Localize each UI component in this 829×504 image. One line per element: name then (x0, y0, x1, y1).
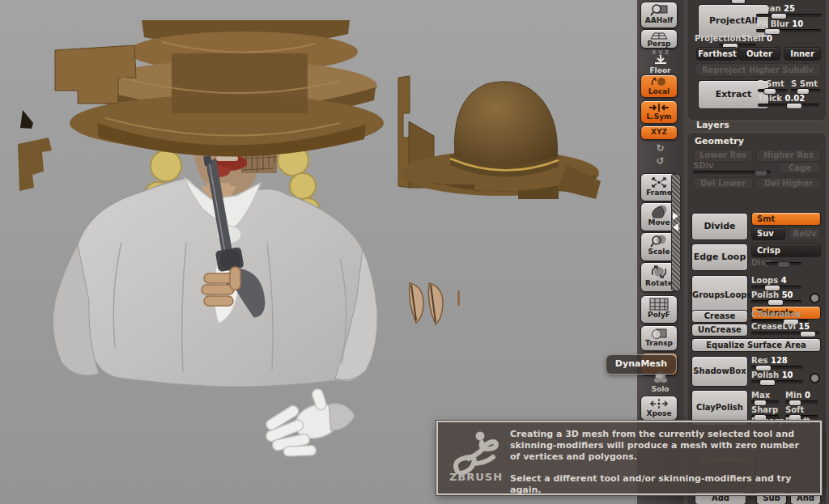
divide-button[interactable]: Divide (691, 213, 748, 240)
zbrush-window: AAHalf Persp x y z Floor Local (0, 0, 829, 504)
projection-shell-slider[interactable]: ProjectionShell 0 (695, 34, 798, 47)
shadowbox-polish-slider[interactable]: Polish 10 (751, 371, 803, 383)
dialog-message-line1: Creating a 3D mesh from the currently se… (510, 429, 811, 463)
s-smt-slider[interactable]: S Smt (791, 79, 820, 92)
del-lower-button: Del Lower (693, 177, 753, 189)
persp-button[interactable]: Persp (640, 29, 678, 49)
lower-res-button: Lower Res (693, 149, 753, 162)
res-slider[interactable]: Res 128 (751, 356, 803, 369)
polish-mode-radio[interactable] (810, 293, 820, 303)
inner-button[interactable]: Inner (784, 47, 821, 61)
equalize-surface-area-button[interactable]: Equalize Surface Area (691, 338, 821, 352)
crease-button[interactable]: Crease (691, 310, 748, 323)
zbrush-logo-text: ZBRUSH (443, 471, 509, 483)
loops-slider[interactable]: Loops 4 (751, 276, 801, 289)
polish-loops-slider[interactable]: Polish 50 (751, 290, 801, 303)
local-button[interactable]: Local (640, 74, 678, 98)
crisp-toggle[interactable]: Crisp (751, 244, 821, 257)
xpose-arrows-icon (649, 398, 669, 409)
disp-slider: Disp (751, 258, 808, 265)
reuv-button: ReUv (789, 227, 821, 240)
lsym-arrows-icon (648, 103, 670, 112)
move-hand-icon (650, 205, 668, 218)
creaselvl-slider[interactable]: CreaseLvl 15 (751, 322, 819, 335)
del-higher-button: Del Higher (756, 177, 821, 189)
claypolish-min-slider[interactable]: Min 0 (785, 391, 818, 404)
sdiv-slider: SDiv (693, 161, 771, 174)
transparency-icon (650, 328, 668, 339)
dialog-message-line2: Select a different tool and/or skinning-… (510, 473, 811, 496)
scale-icon (649, 235, 669, 248)
horn-fragments (410, 283, 460, 324)
transp-button[interactable]: Transp (640, 325, 678, 351)
tray-divider-handle[interactable] (671, 174, 681, 291)
frame-icon (650, 176, 668, 188)
cowgirl-bust-model (18, 20, 384, 468)
persp-icon (649, 32, 669, 40)
floating-hat-model (398, 76, 601, 199)
top-partial-slider[interactable] (730, 0, 746, 2)
dialog-message: Creating a 3D mesh from the currently se… (510, 429, 811, 504)
polyframe-grid-icon (649, 298, 669, 311)
floor-button[interactable]: Floor (637, 55, 683, 74)
divider-arrow-left-icon (669, 223, 678, 231)
outer-button[interactable]: Outer (738, 47, 780, 61)
pa-blur-slider[interactable]: PA Blur 10 (756, 19, 821, 32)
claypolish-max-slider[interactable]: Max (751, 391, 779, 404)
higher-res-button: Higher Res (756, 149, 821, 162)
local-symmetry-icon (650, 77, 668, 87)
stray-mesh-fragment (20, 110, 33, 129)
floor-icon (654, 55, 667, 65)
shadowbox-button[interactable]: ShadowBox (691, 356, 748, 387)
lsym-button[interactable]: L.Sym (640, 100, 678, 124)
divider-arrow-right-icon (673, 212, 682, 220)
mean-slider[interactable]: Mean 25 (756, 4, 821, 17)
dynamesh-tooltip: DynaMesh (606, 354, 677, 375)
xyz-button[interactable]: XYZ (640, 125, 678, 140)
farthest-button[interactable]: Farthest (696, 47, 738, 61)
rotate-on-z-icon[interactable]: ↺ (637, 155, 683, 167)
layers-section-header[interactable]: Layers (696, 120, 729, 130)
aahalf-button[interactable]: AAHalf (640, 2, 678, 28)
note-dialog: ZBRUSH Creating a 3D mesh from the curre… (436, 421, 822, 495)
reproject-button: Reproject Higher Subdiv (695, 63, 821, 77)
shadowbox-polish-radio[interactable] (810, 373, 820, 383)
e-smt-slider[interactable]: E Smt (758, 79, 787, 92)
cage-button: Cage (779, 162, 821, 174)
smt-toggle[interactable]: Smt (751, 212, 821, 226)
uncrease-button[interactable]: UnCrease (691, 324, 748, 337)
thick-slider[interactable]: Thick 0.02 (758, 94, 819, 107)
geometry-section-header[interactable]: Geometry (695, 136, 744, 146)
rotate-icon (650, 265, 668, 279)
aahalf-icon (650, 4, 668, 16)
xpose-button[interactable]: Xpose (640, 396, 678, 421)
edge-loop-button[interactable]: Edge Loop (691, 244, 748, 271)
glove-hand-model (257, 380, 363, 468)
suv-toggle[interactable]: Suv (751, 227, 785, 240)
rotate-on-y-icon[interactable]: ↻ (637, 142, 683, 154)
polyf-button[interactable]: PolyF (640, 295, 678, 324)
